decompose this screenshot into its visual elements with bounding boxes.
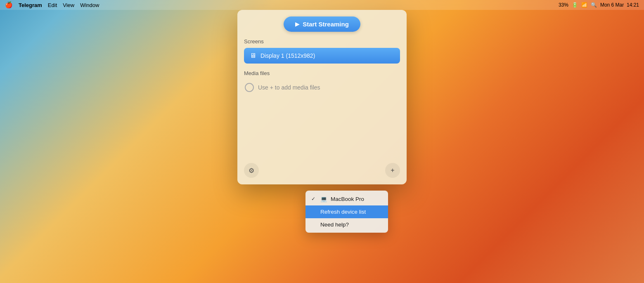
media-placeholder-text: Use + to add media files — [258, 84, 320, 91]
screens-section: Screens 🖥 Display 1 (1512x982) — [244, 38, 400, 64]
media-placeholder: Use + to add media files — [244, 80, 400, 95]
dropdown-menu: ✓ 💻 MacBook Pro Refresh device list Need… — [305, 191, 388, 233]
media-files-section: Media files Use + to add media files — [244, 70, 400, 95]
refresh-label: Refresh device list — [320, 209, 366, 215]
menubar-right: 33% 🔋 📶 🔍 Mon 6 Mar 14:21 — [559, 2, 639, 8]
add-button[interactable]: + — [385, 163, 400, 178]
menubar-edit[interactable]: Edit — [48, 2, 57, 8]
apple-menu[interactable]: 🍎 — [5, 1, 13, 9]
battery-percent: 33% — [559, 2, 568, 8]
dropdown-item-macbook-pro[interactable]: ✓ 💻 MacBook Pro — [305, 192, 388, 205]
monitor-icon: 🖥 — [250, 52, 256, 59]
start-streaming-label: Start Streaming — [303, 21, 349, 28]
start-streaming-button[interactable]: ▶ Start Streaming — [284, 17, 360, 32]
laptop-icon: 💻 — [320, 196, 327, 202]
need-help-label: Need help? — [320, 222, 349, 228]
menubar-view[interactable]: View — [63, 2, 74, 8]
no-check-icon-2 — [311, 222, 317, 228]
add-media-icon — [245, 83, 254, 92]
menubar-window[interactable]: Window — [80, 2, 99, 8]
settings-button[interactable]: ⚙ — [244, 163, 259, 178]
screens-section-label: Screens — [244, 38, 400, 45]
streaming-panel: ▶ Start Streaming Screens 🖥 Display 1 (1… — [237, 10, 407, 184]
battery-icon: 🔋 — [572, 2, 578, 8]
empty-content-area — [244, 95, 400, 153]
panel-header: ▶ Start Streaming — [244, 17, 400, 32]
check-icon: ✓ — [311, 196, 317, 202]
menubar-app-name: Telegram — [19, 2, 42, 8]
no-check-icon — [311, 209, 317, 215]
screen-item[interactable]: 🖥 Display 1 (1512x982) — [244, 48, 400, 64]
plus-icon: + — [391, 167, 394, 174]
wifi-icon: 📶 — [581, 2, 587, 8]
menubar-left: 🍎 Telegram Edit View Window — [5, 1, 99, 9]
screen-item-label: Display 1 (1512x982) — [260, 52, 315, 59]
macbook-pro-label: MacBook Pro — [331, 196, 364, 202]
play-icon: ▶ — [295, 21, 299, 27]
date-time: Mon 6 Mar 14:21 — [600, 2, 639, 8]
dropdown-item-need-help[interactable]: Need help? — [305, 218, 388, 231]
menubar: 🍎 Telegram Edit View Window 33% 🔋 📶 🔍 Mo… — [0, 0, 644, 10]
search-icon[interactable]: 🔍 — [591, 2, 597, 8]
media-files-label: Media files — [244, 70, 400, 76]
panel-footer: ⚙ + — [244, 160, 400, 178]
gear-icon: ⚙ — [249, 167, 254, 175]
dropdown-item-refresh[interactable]: Refresh device list — [305, 205, 388, 218]
